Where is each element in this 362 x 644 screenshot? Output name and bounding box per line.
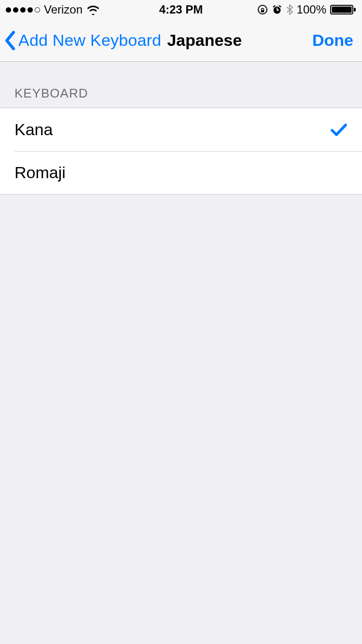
list-item-label: Kana [14, 120, 53, 139]
section-header-keyboard: KEYBOARD [0, 62, 362, 108]
orientation-lock-icon [257, 4, 268, 15]
alarm-icon [272, 4, 282, 15]
bluetooth-icon [286, 4, 293, 15]
content-area: KEYBOARD Kana Romaji [0, 62, 362, 195]
svg-rect-1 [261, 10, 264, 13]
status-bar: Verizon 4:23 PM [0, 0, 362, 19]
chevron-left-icon [4, 30, 16, 51]
status-left: Verizon [6, 3, 100, 16]
checkmark-icon [330, 123, 348, 137]
wifi-icon [86, 4, 100, 15]
done-button[interactable]: Done [312, 31, 353, 50]
page-title: Japanese [167, 31, 242, 50]
nav-bar: Add New Keyboard Japanese Done [0, 19, 362, 62]
list-item-label: Romaji [14, 163, 66, 182]
battery-icon [330, 4, 356, 15]
svg-point-0 [258, 5, 267, 14]
status-time: 4:23 PM [159, 3, 203, 16]
keyboard-option-kana[interactable]: Kana [0, 108, 362, 151]
svg-line-6 [279, 6, 280, 7]
battery-percent: 100% [297, 3, 326, 16]
back-button[interactable]: Add New Keyboard [4, 30, 161, 51]
signal-strength-icon [6, 7, 40, 13]
keyboard-option-romaji[interactable]: Romaji [0, 151, 362, 194]
keyboard-options-list: Kana Romaji [0, 108, 362, 195]
svg-line-5 [273, 6, 275, 7]
back-label: Add New Keyboard [18, 31, 161, 50]
carrier-label: Verizon [44, 3, 83, 16]
status-right: 100% [257, 3, 356, 16]
svg-rect-9 [354, 8, 356, 12]
svg-rect-8 [332, 7, 352, 13]
